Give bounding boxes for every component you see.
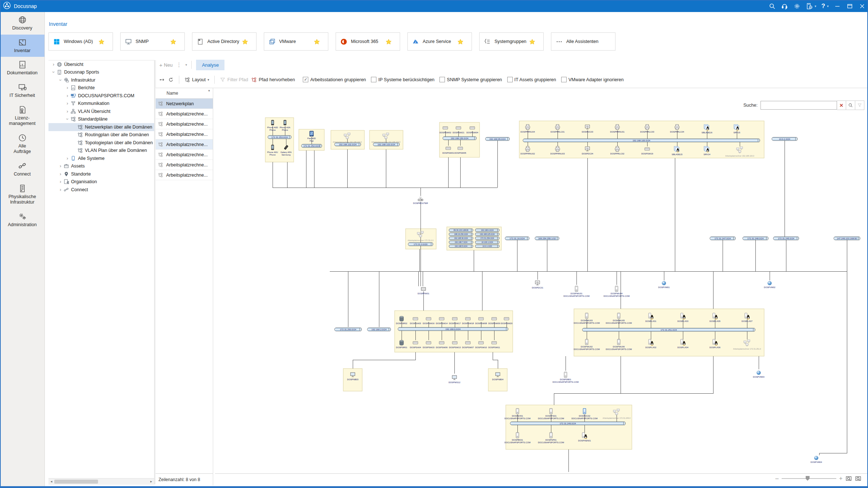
- network-bus[interactable]: 169.254.255.1/32: [535, 237, 559, 240]
- sidebar-item-administration[interactable]: Administration: [0, 209, 44, 231]
- network-bus[interactable]: 10.0.1.0/20: [475, 245, 499, 248]
- neu-button[interactable]: +Neu: [159, 62, 173, 68]
- diagram-node-dospwu04[interactable]: DOSPWU04DOCUSNAPSPORTS.COM: [603, 286, 630, 297]
- sidebar-item-lizenz-management[interactable]: Lizenz-management: [0, 102, 44, 130]
- tree-expander-icon[interactable]: ›: [58, 180, 63, 184]
- map-arrow-button[interactable]: [159, 77, 165, 83]
- network-bus[interactable]: 10.100.1.0/24: [475, 241, 499, 244]
- network-bus[interactable]: 172.31.245.0/24: [773, 237, 799, 240]
- zoom-100-button[interactable]: [855, 475, 861, 482]
- client-dropdown-caret[interactable]: ▾: [815, 4, 817, 8]
- network-bus[interactable]: 172.31.248.0/24: [743, 237, 768, 240]
- diagram-node-dospvm04[interactable]: DOSPVM04: [810, 456, 822, 463]
- column-filter-icon[interactable]: ▾: [208, 89, 210, 93]
- tree-expander-icon[interactable]: ›: [65, 94, 70, 98]
- close-button[interactable]: [859, 3, 866, 10]
- favorite-star-icon[interactable]: [242, 39, 248, 45]
- tab-analyse[interactable]: Analyse: [196, 60, 224, 70]
- checkbox-arbeitsstationen-gruppieren[interactable]: ✓Arbeitsstationen gruppieren: [303, 77, 366, 82]
- wizard-microsoft-365[interactable]: Microsoft 365: [336, 32, 400, 51]
- list-row-arbeitsplatzrechne[interactable]: Arbeitsplatzrechne...: [156, 119, 213, 129]
- diagram-node-dospdc01[interactable]: DOSPDC01: [532, 281, 543, 289]
- tree-item-organisation[interactable]: ›Organisation: [48, 178, 154, 186]
- tree-expander-icon[interactable]: ›: [52, 70, 55, 74]
- tree-expander-icon[interactable]: ›: [65, 102, 70, 105]
- scroll-left-icon[interactable]: ◄: [48, 480, 54, 483]
- settings-gear-icon[interactable]: [793, 3, 801, 10]
- zoom-out-button[interactable]: –: [775, 475, 779, 482]
- sidebar-item-dokumentation[interactable]: Dokumentation: [0, 57, 44, 79]
- maximize-button[interactable]: [846, 3, 853, 10]
- network-bus[interactable]: 172.31.253.0/24: [268, 135, 291, 139]
- zoom-fit-button[interactable]: [845, 475, 852, 482]
- sidebar-item-connect[interactable]: Connect: [0, 158, 44, 181]
- tree-item-kommunikation[interactable]: ›Kommunikation: [48, 100, 154, 108]
- tree-item-docusnapsports-com[interactable]: ›DOCUSNAPSPORTS.COM: [48, 92, 154, 100]
- tree-item-docusnap-sports[interactable]: ›Docusnap Sports: [48, 68, 154, 76]
- tree-item-infrastruktur[interactable]: ›Infrastruktur: [48, 76, 154, 84]
- search-icon[interactable]: [769, 3, 776, 10]
- wizard-azure-service[interactable]: Azure Service: [407, 32, 472, 51]
- network-bus[interactable]: 192.168.150.0/24: [443, 137, 476, 140]
- network-bus[interactable]: 172.31.251.0/24: [582, 328, 755, 331]
- network-bus[interactable]: 192.168.95.0/24: [485, 137, 509, 141]
- run-search-button[interactable]: [846, 101, 855, 110]
- network-bus[interactable]: 172.31.252.0/24: [301, 144, 322, 147]
- wizard-systemgruppen[interactable]: Systemgruppen: [479, 32, 544, 51]
- diagram-node-dospvm02[interactable]: DOSPVM02: [764, 281, 775, 288]
- wizard-vmware[interactable]: VMware: [264, 32, 328, 51]
- wizard-snmp[interactable]: SNMP: [120, 32, 185, 51]
- favorite-star-icon[interactable]: [98, 39, 105, 45]
- favorite-star-icon[interactable]: [170, 39, 176, 45]
- diagram-canvas[interactable]: Suche: ✕ 172.31.253.0/24172.31.252.0/241…: [215, 88, 868, 473]
- clear-search-button[interactable]: ✕: [837, 101, 846, 110]
- network-bus[interactable]: 192.168.7.0/24: [449, 241, 473, 244]
- network-bus[interactable]: 192.168.100.0/24: [523, 139, 760, 142]
- scrollbar-thumb[interactable]: [54, 480, 98, 484]
- tree-item-vlan-plan-ber-alle-dom-nen[interactable]: VLAN Plan über alle Domänen: [48, 147, 154, 155]
- list-row-arbeitsplatzrechne[interactable]: Arbeitsplatzrechne...: [156, 160, 213, 170]
- tree-horizontal-scrollbar[interactable]: ◄ ►: [48, 478, 154, 485]
- network-bus[interactable]: 89.36.133.128/26: [449, 229, 473, 232]
- zoom-slider[interactable]: [782, 478, 836, 479]
- network-bus[interactable]: 172.31.249.0/24: [510, 422, 625, 425]
- checkbox-ip-systeme-ber-cksichtigen[interactable]: IP Systeme berücksichtigen: [371, 77, 434, 82]
- network-bus[interactable]: 172.31.247.0/24: [710, 237, 735, 240]
- list-column-header[interactable]: Name ▾: [156, 88, 213, 99]
- network-bus[interactable]: 192.168.2.0/24: [367, 328, 391, 331]
- wizard-windows-ad[interactable]: Windows (AD): [48, 32, 113, 51]
- diagram-node-dospws12[interactable]: DOSPWS12: [449, 375, 460, 383]
- tree-expander-icon[interactable]: ›: [51, 63, 56, 66]
- checkbox-vmware-adapter-ignorieren[interactable]: VMware Adapter ignorieren: [561, 77, 623, 82]
- network-bus[interactable]: 198.19.250.0/24: [449, 233, 473, 236]
- network-bus[interactable]: 192.168.103.0/24: [373, 143, 399, 146]
- list-row-arbeitsplatzrechne[interactable]: Arbeitsplatzrechne...: [156, 139, 213, 150]
- tree-item-vlan-bersicht[interactable]: ›VLAN Übersicht: [48, 107, 154, 115]
- minimize-button[interactable]: [834, 3, 841, 10]
- favorite-star-icon[interactable]: [386, 39, 392, 45]
- diagram-node-dospvm01[interactable]: DOSPVM01: [658, 281, 670, 288]
- favorite-star-icon[interactable]: [529, 39, 535, 45]
- tree-expander-icon[interactable]: ›: [58, 172, 63, 176]
- docusnap-client-icon[interactable]: [806, 3, 813, 10]
- sidebar-item-inventar[interactable]: Inventar: [0, 35, 44, 57]
- sidebar-item-physikalische-infrastruktur[interactable]: PhysikalischeInfrastruktur: [0, 181, 44, 209]
- help-dropdown-caret[interactable]: ▾: [827, 4, 829, 8]
- network-bus[interactable]: 192.168.125.0/24: [475, 233, 499, 236]
- network-bus[interactable]: 172.31.254.0/24: [475, 237, 499, 240]
- list-row-arbeitsplatzrechne[interactable]: Arbeitsplatzrechne...: [156, 109, 213, 119]
- zoom-in-button[interactable]: +: [839, 475, 842, 482]
- checkbox-snmp-systeme-gruppieren[interactable]: SNMP Systeme gruppieren: [439, 77, 502, 82]
- network-bus[interactable]: 192.168.6.0/24: [398, 327, 508, 331]
- tree-item-connect[interactable]: ›Connect: [48, 186, 154, 194]
- favorite-star-icon[interactable]: [457, 39, 464, 45]
- tree-item-routingplan-ber-alle-dom-nen[interactable]: Routingplan über alle Domänen: [48, 131, 154, 139]
- more-options-icon[interactable]: ⋮: [175, 62, 183, 68]
- pfad-hervorheben-button[interactable]: Pfad hervorheben: [251, 77, 295, 83]
- sidebar-item-alle-auftr-ge[interactable]: AlleAufträge: [0, 130, 44, 158]
- list-row-netzwerkplan[interactable]: Netzwerkplan: [156, 99, 213, 109]
- tree-item-standorte[interactable]: ›Standorte: [48, 170, 154, 178]
- list-row-arbeitsplatzrechne[interactable]: Arbeitsplatzrechne...: [156, 129, 213, 139]
- diagram-node-dosprouter[interactable]: DOSPROUTER: [413, 197, 428, 204]
- scroll-right-icon[interactable]: ►: [148, 480, 154, 483]
